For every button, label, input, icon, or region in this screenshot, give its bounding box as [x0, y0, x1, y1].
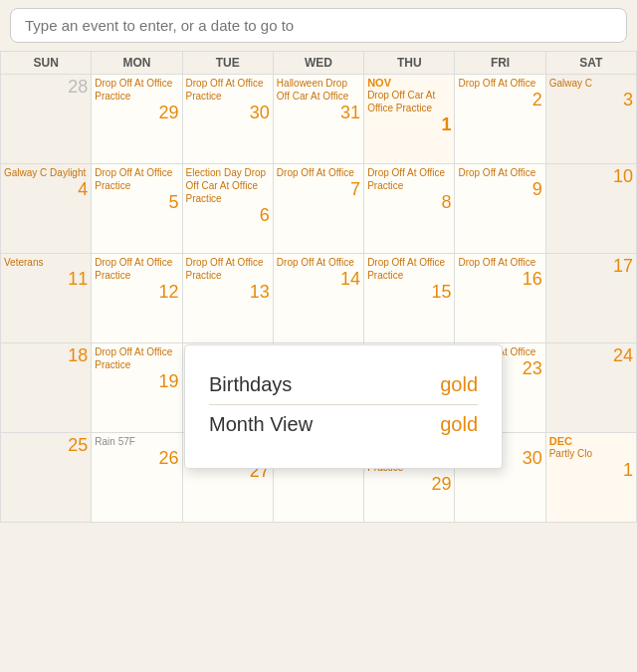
calendar-cell[interactable]: Drop Off At Office 9	[455, 164, 545, 254]
popup-birthdays-label: Birthdays	[209, 373, 292, 396]
calendar-cell[interactable]: NOV Drop Off Car At Office Practice 1	[364, 75, 455, 164]
header-thu: THU	[364, 52, 455, 75]
header-sat: SAT	[545, 52, 636, 75]
popup-overlay: Birthdays gold Month View gold	[184, 344, 503, 469]
calendar-cell[interactable]: Drop Off At Office 14	[273, 254, 363, 343]
header-fri: FRI	[455, 52, 545, 75]
popup-monthview-badge: gold	[440, 413, 478, 436]
calendar-cell[interactable]: Drop Off At Office Practice 12	[92, 254, 182, 343]
calendar-cell[interactable]: Drop Off At Office Practice 29	[92, 75, 182, 164]
calendar-cell[interactable]: 17	[545, 254, 636, 343]
popup-birthdays-row[interactable]: Birthdays gold	[209, 365, 478, 404]
popup-monthview-label: Month View	[209, 413, 313, 436]
header-sun: SUN	[1, 52, 92, 75]
header-wed: WED	[273, 52, 363, 75]
calendar-cell[interactable]: 18	[1, 343, 92, 433]
calendar-cell[interactable]: 28	[1, 75, 92, 164]
week-row: Galway C Daylight 4 Drop Off At Office P…	[1, 164, 637, 254]
calendar-cell[interactable]: Drop Off At Office Practice 30	[182, 75, 273, 164]
calendar-cell[interactable]: DEC Partly Clo 1	[545, 433, 636, 523]
calendar-cell[interactable]: 25	[1, 433, 92, 523]
week-row: 28 Drop Off At Office Practice 29 Drop O…	[1, 75, 637, 164]
calendar-cell[interactable]: Galway C Daylight 4	[1, 164, 92, 254]
calendar-cell[interactable]: 10	[545, 164, 636, 254]
calendar-cell[interactable]: Drop Off At Office Practice 15	[364, 254, 455, 343]
calendar-cell[interactable]: Election Day Drop Off Car At Office Prac…	[182, 164, 273, 254]
popup-birthdays-badge: gold	[440, 373, 478, 396]
days-header: SUN MON TUE WED THU FRI SAT	[1, 52, 637, 75]
header-mon: MON	[92, 52, 182, 75]
calendar-cell[interactable]: Halloween Drop Off Car At Office 31	[273, 75, 363, 164]
calendar-cell[interactable]: 24	[545, 343, 636, 433]
calendar-cell[interactable]: Drop Off At Office Practice 5	[92, 164, 182, 254]
popup-monthview-row[interactable]: Month View gold	[209, 404, 478, 444]
calendar-container: SUN MON TUE WED THU FRI SAT 28 Drop Off …	[0, 51, 637, 523]
calendar-cell[interactable]: Drop Off At Office 16	[455, 254, 545, 343]
calendar-cell[interactable]: Galway C 3	[545, 75, 636, 164]
calendar-cell[interactable]: Rain 57F 26	[92, 433, 182, 523]
week-row: Veterans 11 Drop Off At Office Practice …	[1, 254, 637, 343]
calendar-cell[interactable]: Veterans 11	[1, 254, 92, 343]
calendar-cell[interactable]: Drop Off At Office Practice 13	[182, 254, 273, 343]
calendar-cell[interactable]: Drop Off At Office Practice 19	[92, 343, 182, 433]
calendar-cell[interactable]: Drop Off At Office 7	[273, 164, 363, 254]
search-input[interactable]	[10, 8, 627, 43]
calendar-cell[interactable]: Drop Off At Office 2	[455, 75, 545, 164]
header-tue: TUE	[182, 52, 273, 75]
calendar-cell[interactable]: Drop Off At Office Practice 8	[364, 164, 455, 254]
